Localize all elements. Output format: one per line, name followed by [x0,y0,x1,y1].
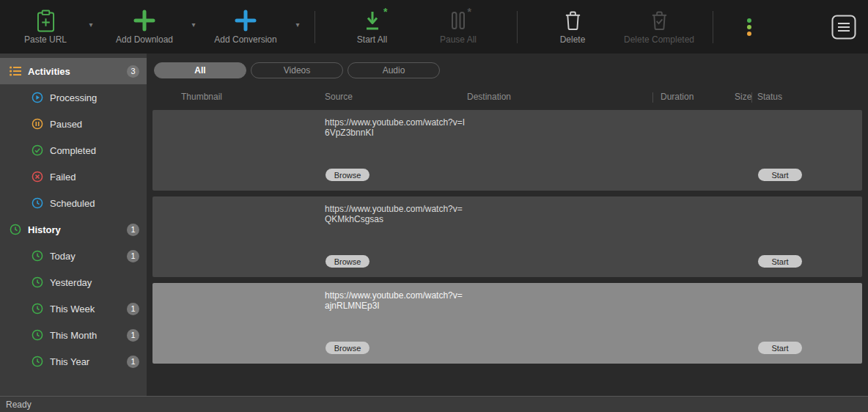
count-badge: 1 [127,224,139,236]
asterisk-badge: * [383,6,387,18]
start-button[interactable]: Start [758,169,802,181]
filter-tab-videos[interactable]: Videos [251,62,343,78]
chevron-down-icon: ▾ [89,21,92,29]
trash-check-icon [650,7,669,34]
start-all-button[interactable]: * Start All [323,0,422,54]
column-header-source: Source [325,92,353,102]
pause-all-button[interactable]: * Pause All [422,0,495,54]
delete-label: Delete [560,34,586,45]
sidebar-item-scheduled[interactable]: Scheduled [0,190,147,216]
start-button[interactable]: Start [758,342,802,354]
trash-icon [564,7,582,34]
app-window: Paste URL ▾ Add Download ▾ Add Conversio… [0,0,868,412]
add-conversion-label: Add Conversion [214,34,276,45]
add-download-label: Add Download [116,34,173,45]
completed-check-icon [31,144,43,157]
paste-url-clipboard-icon [37,7,55,34]
column-header-status: Status [757,92,782,102]
add-download-dropdown[interactable]: ▾ [185,0,202,54]
paused-pause-icon [31,118,43,130]
colored-dots-icon [746,17,753,37]
sidebar-item-history[interactable]: History 1 [0,216,147,243]
main-content: All Videos Audio Thumbnail Source Destin… [147,54,868,396]
toolbar: Paste URL ▾ Add Download ▾ Add Conversio… [0,0,868,54]
toolbar-separator [315,11,315,43]
yesterday-clock-icon [31,276,43,289]
window-body: Activities 3 Processing Paused Completed… [0,54,868,396]
sidebar-item-this-year[interactable]: This Year 1 [0,348,147,375]
source-url-line: https://www.youtube.com/watch?v= [325,204,463,214]
count-badge: 3 [127,65,139,78]
source-url-line: https://www.youtube.com/watch?v=I [325,117,465,128]
paste-url-dropdown[interactable]: ▾ [82,0,100,54]
scheduled-clock-icon [31,197,43,210]
sidebar-item-label: History [28,224,61,235]
sidebar-item-label: Today [50,251,76,262]
browse-button[interactable]: Browse [326,255,369,268]
sidebar-item-yesterday[interactable]: Yesterday [0,269,147,295]
add-conversion-plus-icon [235,7,257,34]
delete-completed-button[interactable]: Delete Completed [613,0,705,54]
sidebar-item-activities[interactable]: Activities 3 [0,58,147,84]
failed-x-icon [31,171,43,183]
column-header-destination: Destination [467,92,511,102]
sidebar-item-label: Activities [28,66,70,77]
add-conversion-dropdown[interactable]: ▾ [289,0,306,54]
count-badge: 1 [127,303,139,315]
sidebar-item-label: Processing [50,92,97,103]
filter-tab-audio[interactable]: Audio [347,62,440,78]
browse-button[interactable]: Browse [326,342,369,354]
delete-button[interactable]: Delete [532,0,613,54]
pause-all-label: Pause All [440,34,477,45]
column-separator [652,92,653,103]
sidebar-item-label: Yesterday [50,277,92,288]
processing-play-icon [31,92,43,104]
sidebar-item-today[interactable]: Today 1 [0,243,147,269]
activities-list-icon [9,65,21,78]
history-clock-icon [9,224,21,236]
main-menu-button[interactable] [831,0,856,54]
source-url: https://www.youtube.com/watch?v= QKMkhCs… [325,204,463,225]
add-conversion-button[interactable]: Add Conversion [202,0,289,54]
paste-url-label: Paste URL [24,34,67,45]
count-badge: 1 [127,329,139,342]
sidebar-item-label: Paused [50,119,82,130]
sidebar-item-failed[interactable]: Failed [0,163,147,190]
column-header-duration: Duration [661,92,694,102]
sidebar-item-label: This Week [50,304,95,314]
chevron-down-icon: ▾ [191,21,195,29]
source-url: https://www.youtube.com/watch?v= ajnRLMN… [325,290,463,312]
source-url-line: 6VpZ3bnnKI [325,128,465,138]
sidebar-item-label: This Month [50,330,97,341]
asterisk-badge: * [468,6,471,18]
this-month-clock-icon [31,329,43,342]
sidebar-item-label: Failed [50,172,76,183]
paste-url-button[interactable]: Paste URL [9,0,82,54]
status-text: Ready [6,400,32,410]
sidebar-item-label: This Year [50,356,89,367]
today-clock-icon [31,250,43,262]
column-header-thumbnail: Thumbnail [181,92,222,102]
more-options-button[interactable] [721,0,778,54]
count-badge: 1 [127,250,139,262]
this-year-clock-icon [31,356,43,368]
sidebar-item-processing[interactable]: Processing [0,84,147,111]
filter-tab-all[interactable]: All [154,62,246,78]
sidebar-item-this-month[interactable]: This Month 1 [0,322,147,348]
this-week-clock-icon [31,303,43,315]
source-url: https://www.youtube.com/watch?v=I 6VpZ3b… [325,117,465,139]
toolbar-separator [517,11,518,43]
start-button[interactable]: Start [758,255,802,268]
browse-button[interactable]: Browse [326,169,369,181]
sidebar-item-completed[interactable]: Completed [0,137,147,163]
chevron-down-icon: ▾ [295,21,299,29]
download-row[interactable]: https://www.youtube.com/watch?v=I 6VpZ3b… [152,110,862,191]
sidebar-item-paused[interactable]: Paused [0,111,147,137]
download-row[interactable]: https://www.youtube.com/watch?v= ajnRLMN… [152,283,862,364]
column-header-size: Size [735,92,751,102]
add-download-button[interactable]: Add Download [104,0,185,54]
pause-all-icon: * [450,7,466,34]
download-row[interactable]: https://www.youtube.com/watch?v= QKMkhCs… [152,196,862,277]
sidebar-item-this-week[interactable]: This Week 1 [0,295,147,322]
column-separator [751,92,752,103]
